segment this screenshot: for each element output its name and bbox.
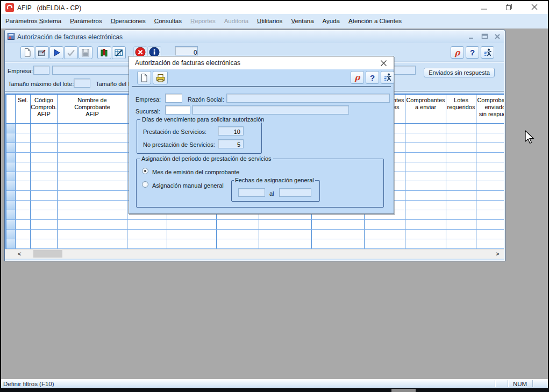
columns-icon (99, 48, 109, 58)
table-row[interactable] (6, 230, 504, 239)
table-edit-button[interactable] (112, 46, 126, 59)
status-bar (1, 379, 548, 388)
scrollbar-thumb[interactable] (33, 250, 62, 258)
scroll-left-arrow[interactable]: < (18, 251, 21, 257)
table-row[interactable] (6, 220, 504, 230)
dialog-print-button[interactable] (153, 71, 168, 84)
enviados-sin-respuesta-button[interactable]: Enviados sin respuesta (424, 68, 495, 77)
question-icon: ? (370, 73, 375, 82)
help-button[interactable]: ? (466, 46, 479, 59)
menu-item-parametros-sistema[interactable]: Parámetros Sistema (1, 14, 66, 28)
sheet-title: Autorización de facturas electrónicas (17, 33, 123, 41)
prestacion-field[interactable]: 10 (218, 126, 244, 136)
accept-button[interactable] (64, 46, 78, 59)
num-indicator: NUM (513, 381, 527, 387)
check-icon (66, 48, 76, 58)
menu-item-auditoria[interactable]: Auditoria (220, 14, 253, 28)
menu-item-consultas[interactable]: Consultas (150, 14, 186, 28)
fecha-hasta-field[interactable] (279, 188, 311, 197)
bottom-strip-segment (391, 389, 416, 392)
dialog-toolbar-separator (132, 86, 391, 88)
menu-item-operaciones[interactable]: Operaciones (106, 14, 150, 28)
dialog-title: Autorización de facturas electrónicas (135, 59, 240, 67)
horizontal-scrollbar[interactable] (5, 249, 504, 259)
new-document-icon (139, 73, 149, 83)
dialog-razon-label: Razón Social: (188, 96, 224, 103)
column-header[interactable]: Comprobantesa enviar (405, 95, 446, 123)
dialog-filter-button[interactable]: ρ (351, 71, 364, 84)
running-man-icon (383, 73, 393, 82)
exit-button[interactable] (481, 46, 494, 59)
rho-icon: ρ (355, 73, 360, 82)
sheet-minimize-button[interactable] (468, 33, 475, 40)
column-header[interactable]: Sel. (16, 95, 31, 123)
minimize-button[interactable] (481, 6, 488, 10)
asignacion-periodo-group: Asignación del periodo de prestación de … (136, 159, 384, 208)
rho-icon: ρ (455, 48, 460, 58)
window-title: AFIP (dbELDIA - CP) (17, 4, 81, 12)
menu-item-atencion-clientes[interactable]: Atención a Clientes (344, 14, 406, 28)
bottom-strip (0, 388, 549, 392)
run-button[interactable] (49, 46, 63, 59)
dialog-sucursal-field[interactable] (165, 105, 190, 115)
dialog-new-button[interactable] (137, 71, 151, 84)
scroll-right-arrow[interactable]: > (496, 251, 499, 257)
empresa-label: Empresa: (8, 68, 33, 74)
status-separator (495, 380, 495, 387)
dialog-help-button[interactable]: ? (366, 71, 379, 84)
menu-item-ayuda[interactable]: Ayuda (318, 14, 344, 28)
counter-value: 0 (194, 49, 197, 56)
filter-button[interactable]: ρ (451, 46, 464, 59)
tamano-lote-field[interactable] (74, 79, 90, 88)
dialog-empresa-field[interactable] (165, 94, 182, 103)
save-icon (81, 48, 90, 58)
properties-icon (37, 48, 47, 58)
menu-item-utilitarios[interactable]: Utilitarios (253, 14, 287, 28)
dialog-sucursal-label: Sucursal: (136, 108, 160, 115)
sheet-close-button[interactable] (494, 33, 501, 40)
menu-item-parametros[interactable]: Parámetros (66, 14, 106, 28)
app-icon (5, 3, 14, 12)
dialog-exit-button[interactable] (381, 71, 394, 84)
application-window: AFIP (dbELDIA - CP) Parámetros Sistema P… (0, 0, 549, 392)
no-prestacion-label: No prestación de Servicios: (143, 141, 215, 148)
radio-asignacion-manual-label: Asignación manual general (152, 182, 224, 189)
dialog-empresa-label: Empresa: (136, 96, 161, 103)
menu-item-reportes[interactable]: Reportes (186, 14, 220, 28)
properties-button[interactable] (35, 46, 49, 59)
tamano-del-label: Tamaño del lote: (96, 81, 129, 87)
sheet-maximize-button[interactable] (481, 33, 489, 40)
fecha-desde-field[interactable] (238, 188, 265, 197)
table-edit-icon (114, 48, 124, 58)
sheet-icon (8, 33, 15, 40)
play-icon (52, 48, 61, 58)
column-header[interactable]: Lotesrequeridos (446, 95, 476, 123)
table-row[interactable] (6, 239, 504, 249)
radio-mes-emision[interactable] (142, 168, 148, 174)
column-header[interactable]: CódigoComprob.AFIP (31, 95, 58, 123)
dialog-close-icon[interactable] (380, 60, 387, 67)
no-prestacion-field[interactable]: 5 (218, 139, 244, 148)
restore-button[interactable] (506, 4, 512, 10)
dialog-sucursal-name-field (192, 105, 349, 115)
column-header[interactable] (6, 95, 16, 123)
menu-item-ventana[interactable]: Ventana (287, 14, 318, 28)
column-header[interactable]: Nombre deComprobanteAFIP (58, 95, 127, 123)
new-document-icon (23, 48, 32, 58)
radio-asignacion-manual[interactable] (142, 181, 148, 188)
empresa-code-field[interactable] (33, 66, 49, 75)
columns-button[interactable] (97, 46, 111, 59)
window-titlebar: AFIP (dbELDIA - CP) (1, 1, 548, 14)
menu-bar: Parámetros Sistema Parámetros Operacione… (1, 14, 548, 28)
dias-vencimiento-group: Días de vencimiento para solicitar autor… (137, 119, 262, 154)
column-header[interactable]: Comprobantesenviadossin respuesta (476, 95, 504, 123)
close-button[interactable] (531, 4, 538, 10)
dias-vencimiento-title: Días de vencimiento para solicitar autor… (140, 116, 266, 123)
status-separator (532, 380, 533, 387)
al-label: al (269, 190, 274, 197)
new-button[interactable] (20, 46, 34, 59)
status-separator (508, 380, 508, 387)
fechas-asignacion-group: Fechas de asignación general al (231, 180, 320, 202)
save-button[interactable] (79, 46, 92, 59)
tamano-lote-label: Tamaño máximo del lote: (8, 81, 74, 87)
